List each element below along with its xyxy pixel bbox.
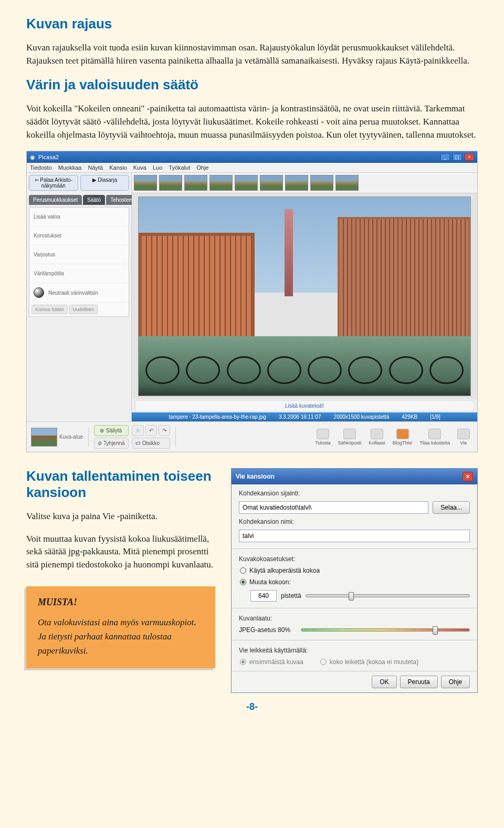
page-number: -8- <box>26 701 478 712</box>
photo-preview[interactable] <box>138 196 470 396</box>
menu-file[interactable]: Tiedosto <box>30 164 52 171</box>
tab-basic[interactable]: Perusmuokkaukset <box>29 195 82 205</box>
radio-whole-clip-label: koko leikettä (kokoa ei muuteta) <box>330 658 418 666</box>
thumb[interactable] <box>134 175 157 191</box>
info-index: [1/9] <box>430 414 440 420</box>
close-button[interactable]: × <box>465 153 474 161</box>
callout-body: Ota valokuvistasi aina myös varmuuskopio… <box>38 615 204 658</box>
menu-image[interactable]: Kuva <box>133 164 146 171</box>
radio-first-image <box>240 659 246 665</box>
thumb[interactable] <box>260 175 283 191</box>
section3-p2: Voit muuttaa kuvan fyysistä kokoa liukus… <box>26 533 220 572</box>
titlebar: ◉ Picasa2 _ ▢ × <box>27 151 477 163</box>
slideshow-button[interactable]: ▶ Diasarja <box>80 175 130 191</box>
back-to-archive-button[interactable]: ⇐ Palaa Arkisto-näkymään <box>29 175 78 191</box>
tool-highlights[interactable]: Korostukset <box>29 226 129 245</box>
radio-original-size[interactable] <box>240 567 246 574</box>
location-input[interactable] <box>239 501 428 514</box>
folder-name-label: Kohdekansion nimi: <box>239 518 470 525</box>
menubar: Tiedosto Muokkaa Näytä Kansio Kuva Luo T… <box>27 163 477 173</box>
window-controls: _ ▢ × <box>439 153 474 161</box>
thumb[interactable] <box>209 175 233 191</box>
hold-button[interactable]: ⊛ Säilytä <box>94 425 129 436</box>
tool-color-temp[interactable]: Värilämpötila <box>29 264 129 283</box>
thumbnail-strip <box>132 173 477 193</box>
minimize-button[interactable]: _ <box>440 153 450 161</box>
thumb[interactable] <box>310 175 333 191</box>
resize-slider[interactable] <box>306 594 470 597</box>
remember-callout: MUISTA! Ota valokuvistasi aina myös varm… <box>26 586 215 669</box>
menu-tools[interactable]: Työkalut <box>169 164 190 171</box>
thumb[interactable] <box>235 175 258 191</box>
info-filename: tampere · 23-tampella-area-by-the-rap.jp… <box>169 414 266 420</box>
section1-title: Kuvan rajaus <box>26 16 478 32</box>
edit-tabs: Perusmuokkaukset Säätö Tehosteet <box>29 195 129 205</box>
menu-create[interactable]: Luo <box>153 164 162 171</box>
print-button[interactable]: Tulosta <box>312 429 334 446</box>
redo-button[interactable]: Uudelleen <box>69 305 98 314</box>
px-unit-label: pistettä <box>281 592 301 599</box>
tool-neutral-picker[interactable]: Neutraali värinvalitsin <box>29 283 129 303</box>
dialog-close-button[interactable]: × <box>463 472 473 481</box>
app-title: Picasa2 <box>38 154 59 160</box>
picasa-window: ◉ Picasa2 _ ▢ × Tiedosto Muokkaa Näytä K… <box>26 151 478 452</box>
tray-thumb[interactable] <box>31 428 57 447</box>
callout-title: MUISTA! <box>38 597 204 608</box>
tool-shadows[interactable]: Varjostus <box>29 245 129 264</box>
tray-label: Kuva-alue <box>59 434 83 440</box>
star-button[interactable]: ☆ <box>132 425 144 436</box>
photo-area <box>132 193 477 399</box>
thumb[interactable] <box>335 175 359 191</box>
radio-first-image-label: ensimmäistä kuvaa <box>249 658 303 666</box>
ok-button[interactable]: OK <box>372 676 396 688</box>
tab-tune[interactable]: Säätö <box>83 195 105 205</box>
section1-body: Kuvan rajauksella voit tuoda esiin kuvan… <box>26 42 478 67</box>
info-dimensions: 2000x1500 kuvapistettä <box>334 414 390 420</box>
radio-whole-clip <box>320 659 327 665</box>
menu-help[interactable]: Ohje <box>196 164 208 171</box>
folder-name-input[interactable] <box>239 530 470 542</box>
section2-title: Värin ja valoisuuden säätö <box>26 77 478 93</box>
section2-body: Voit kokeilla "Kokeilen onneani" -painik… <box>26 102 478 141</box>
undo-button[interactable]: Kumoa Säätö <box>32 305 68 314</box>
bottom-toolbar: Kuva-alue ⊛ Säilytä ⊘ Tyhjennä ☆ ↶ ↷ 🏷 O… <box>27 421 477 452</box>
thumb[interactable] <box>285 175 308 191</box>
menu-edit[interactable]: Muokkaa <box>58 164 82 171</box>
info-date: 3.3.2006 16:11:07 <box>279 414 321 420</box>
tool-fill-light[interactable]: Lisää valoa <box>29 208 129 226</box>
export-button[interactable]: Vie <box>454 429 473 446</box>
dialog-titlebar: Vie kansioon × <box>232 469 477 484</box>
add-caption-link[interactable]: Lisää kuvateksti! <box>135 400 474 411</box>
caption-button[interactable]: 🏷 Otsikko <box>132 438 170 449</box>
quality-slider[interactable] <box>301 628 470 632</box>
cancel-button[interactable]: Peruuta <box>400 676 438 688</box>
rotate-left-button[interactable]: ↶ <box>145 425 157 436</box>
order-prints-button[interactable]: Tilaa tulosteita <box>416 429 453 446</box>
maximize-button[interactable]: ▢ <box>453 153 462 161</box>
radio-original-label: Käytä alkuperäistä kokoa <box>249 567 320 574</box>
resize-px-input[interactable] <box>250 590 277 602</box>
menu-view[interactable]: Näytä <box>88 164 103 171</box>
help-button[interactable]: Ohje <box>441 676 470 688</box>
thumb[interactable] <box>159 175 182 191</box>
blog-button[interactable]: BlogThis! <box>390 429 416 446</box>
clear-button[interactable]: ⊘ Tyhjennä <box>94 438 129 449</box>
collage-button[interactable]: Kollaasi <box>365 429 388 446</box>
section3-p1: Valitse kuva ja paina Vie -painiketta. <box>26 510 220 523</box>
email-button[interactable]: Sähköposti <box>335 429 365 446</box>
section3-title: Kuvan tallentaminen toiseen kansioon <box>26 468 220 501</box>
app-icon: ◉ <box>30 154 35 161</box>
radio-resize[interactable] <box>240 579 246 585</box>
export-clips-label: Vie leikkeitä käyttämällä: <box>239 647 470 654</box>
rotate-right-button[interactable]: ↷ <box>159 425 170 436</box>
browse-button[interactable]: Selaa... <box>433 501 470 514</box>
quality-value: JPEG-asetus 80% <box>239 626 290 634</box>
quality-label: Kuvanlaatu: <box>239 615 470 622</box>
radio-resize-label: Muuta kokoon: <box>249 578 291 586</box>
thumb[interactable] <box>184 175 207 191</box>
tune-tools: Lisää valoa Korostukset Varjostus Värilä… <box>29 207 129 317</box>
export-dialog: Vie kansioon × Kohdekansion sijainti: Se… <box>231 468 478 693</box>
main-view: Lisää kuvateksti! tampere · 23-tampella-… <box>132 173 477 421</box>
menu-folder[interactable]: Kansio <box>109 164 127 171</box>
size-settings-label: Kuvakokoasetukset: <box>239 555 470 563</box>
